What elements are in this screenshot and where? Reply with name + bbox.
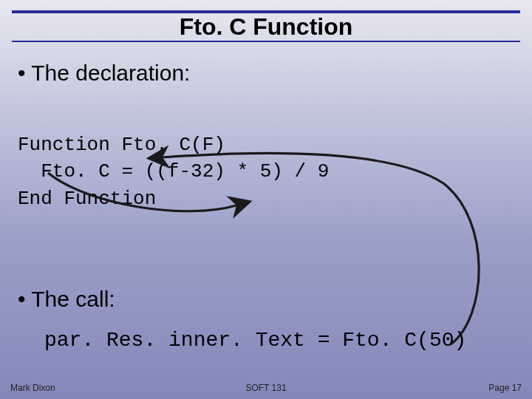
bullet-declaration: • The declaration: <box>18 61 190 86</box>
code-decl-line2: Fto. C = ((f-32) * 5) / 9 <box>18 160 329 183</box>
code-call: par. Res. inner. Text = Fto. C(50) <box>44 329 466 352</box>
bullet-call: • The call: <box>18 287 115 312</box>
slide: Fto. C Function • The declaration: Funct… <box>0 0 532 399</box>
footer-course: SOFT 131 <box>0 383 532 393</box>
code-declaration: Function Fto. C(F) Fto. C = ((f-32) * 5)… <box>18 132 329 212</box>
slide-title: Fto. C Function <box>0 13 532 41</box>
code-decl-line3: End Function <box>18 188 156 210</box>
code-decl-line1: Function Fto. C(F) <box>18 134 225 156</box>
title-rule-bottom <box>12 41 520 42</box>
footer-page: Page 17 <box>488 383 522 393</box>
